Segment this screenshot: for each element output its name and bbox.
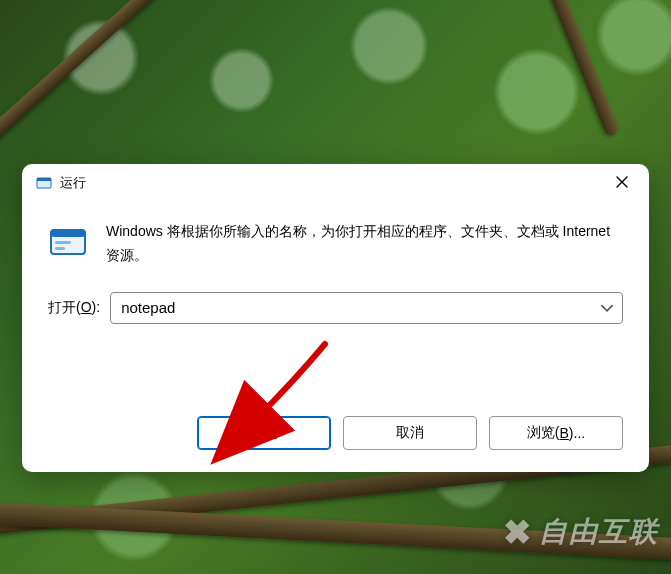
background-branch <box>480 0 620 137</box>
close-icon <box>616 175 628 191</box>
open-combobox[interactable] <box>110 292 623 324</box>
button-row: 确定 取消 浏览(B)... <box>22 416 649 472</box>
background-branch <box>0 500 671 563</box>
browse-button[interactable]: 浏览(B)... <box>489 416 623 450</box>
ok-button[interactable]: 确定 <box>197 416 331 450</box>
svg-rect-1 <box>37 178 51 181</box>
titlebar[interactable]: 运行 <box>22 164 649 202</box>
svg-rect-4 <box>55 241 71 244</box>
run-titlebar-icon <box>36 175 52 191</box>
run-program-icon <box>48 222 88 262</box>
open-input[interactable] <box>121 299 600 316</box>
chevron-down-icon[interactable] <box>600 301 614 315</box>
dialog-description: Windows 将根据你所输入的名称，为你打开相应的程序、文件夹、文档或 Int… <box>106 220 623 268</box>
open-label: 打开(O): <box>48 299 100 317</box>
background-branch <box>0 0 216 143</box>
close-button[interactable] <box>599 167 645 199</box>
run-dialog: 运行 Windows 将根据你所输入的名称，为你打开相应的程序、文件夹、文档或 … <box>22 164 649 472</box>
dialog-content: Windows 将根据你所输入的名称，为你打开相应的程序、文件夹、文档或 Int… <box>22 202 649 416</box>
cancel-button[interactable]: 取消 <box>343 416 477 450</box>
svg-rect-5 <box>55 247 65 250</box>
window-title: 运行 <box>60 174 86 192</box>
svg-rect-3 <box>51 230 85 237</box>
